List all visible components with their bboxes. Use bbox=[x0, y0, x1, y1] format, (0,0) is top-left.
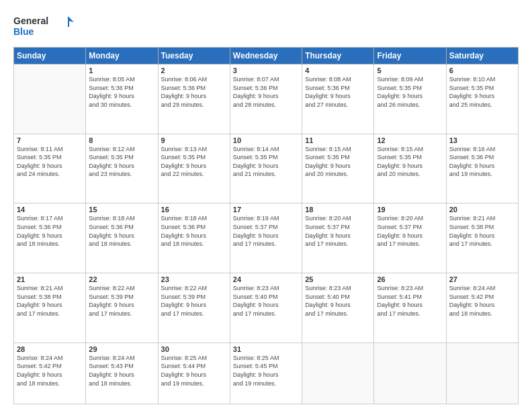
day-info: Sunrise: 8:23 AM Sunset: 5:40 PM Dayligh… bbox=[233, 284, 299, 318]
calendar-cell: 13Sunrise: 8:16 AM Sunset: 5:36 PM Dayli… bbox=[446, 134, 518, 203]
day-info: Sunrise: 8:18 AM Sunset: 5:36 PM Dayligh… bbox=[89, 214, 154, 248]
calendar-cell: 30Sunrise: 8:25 AM Sunset: 5:44 PM Dayli… bbox=[158, 342, 230, 404]
day-number: 22 bbox=[89, 275, 154, 283]
calendar-cell: 10Sunrise: 8:14 AM Sunset: 5:35 PM Dayli… bbox=[230, 134, 302, 203]
calendar-cell: 19Sunrise: 8:20 AM Sunset: 5:37 PM Dayli… bbox=[374, 203, 446, 273]
calendar-week-row: 7Sunrise: 8:11 AM Sunset: 5:35 PM Daylig… bbox=[14, 134, 519, 203]
day-info: Sunrise: 8:11 AM Sunset: 5:35 PM Dayligh… bbox=[17, 145, 83, 179]
day-info: Sunrise: 8:16 AM Sunset: 5:36 PM Dayligh… bbox=[449, 145, 515, 179]
day-number: 20 bbox=[449, 205, 515, 214]
day-number: 15 bbox=[89, 205, 154, 214]
calendar-week-row: 21Sunrise: 8:21 AM Sunset: 5:38 PM Dayli… bbox=[14, 273, 519, 343]
day-info: Sunrise: 8:21 AM Sunset: 5:38 PM Dayligh… bbox=[449, 214, 515, 248]
day-info: Sunrise: 8:22 AM Sunset: 5:39 PM Dayligh… bbox=[89, 284, 154, 318]
calendar-cell: 9Sunrise: 8:13 AM Sunset: 5:35 PM Daylig… bbox=[158, 134, 230, 203]
calendar-week-row: 14Sunrise: 8:17 AM Sunset: 5:36 PM Dayli… bbox=[14, 203, 519, 273]
day-info: Sunrise: 8:25 AM Sunset: 5:44 PM Dayligh… bbox=[161, 354, 227, 387]
day-info: Sunrise: 8:15 AM Sunset: 5:35 PM Dayligh… bbox=[377, 145, 443, 179]
day-number: 26 bbox=[377, 275, 443, 283]
day-number: 1 bbox=[89, 66, 154, 75]
day-number: 4 bbox=[305, 66, 371, 75]
day-number: 27 bbox=[449, 275, 515, 283]
day-number: 3 bbox=[233, 66, 299, 75]
svg-text:Blue: Blue bbox=[13, 26, 34, 37]
day-number: 23 bbox=[161, 275, 227, 283]
calendar-cell: 28Sunrise: 8:24 AM Sunset: 5:42 PM Dayli… bbox=[14, 342, 86, 404]
logo-svg: General Blue bbox=[13, 13, 74, 40]
day-number: 21 bbox=[17, 275, 83, 283]
calendar-cell: 21Sunrise: 8:21 AM Sunset: 5:38 PM Dayli… bbox=[14, 273, 86, 343]
day-number: 6 bbox=[449, 66, 515, 75]
day-number: 17 bbox=[233, 205, 299, 214]
calendar-table: SundayMondayTuesdayWednesdayThursdayFrid… bbox=[13, 47, 519, 404]
day-info: Sunrise: 8:14 AM Sunset: 5:35 PM Dayligh… bbox=[233, 145, 299, 179]
day-number: 5 bbox=[377, 66, 443, 75]
day-number: 30 bbox=[161, 345, 227, 353]
day-number: 16 bbox=[161, 205, 227, 214]
calendar-cell: 11Sunrise: 8:15 AM Sunset: 5:35 PM Dayli… bbox=[302, 134, 374, 203]
day-info: Sunrise: 8:06 AM Sunset: 5:36 PM Dayligh… bbox=[161, 75, 227, 109]
day-info: Sunrise: 8:12 AM Sunset: 5:35 PM Dayligh… bbox=[89, 145, 154, 179]
calendar-cell: 25Sunrise: 8:23 AM Sunset: 5:40 PM Dayli… bbox=[302, 273, 374, 343]
weekday-header: Tuesday bbox=[158, 48, 230, 64]
header: General Blue bbox=[13, 13, 519, 40]
day-info: Sunrise: 8:05 AM Sunset: 5:36 PM Dayligh… bbox=[89, 75, 154, 109]
day-info: Sunrise: 8:24 AM Sunset: 5:42 PM Dayligh… bbox=[17, 354, 83, 387]
day-number: 29 bbox=[89, 345, 154, 353]
day-info: Sunrise: 8:25 AM Sunset: 5:45 PM Dayligh… bbox=[233, 354, 299, 387]
calendar-cell: 8Sunrise: 8:12 AM Sunset: 5:35 PM Daylig… bbox=[86, 134, 158, 203]
weekday-header: Thursday bbox=[302, 48, 374, 64]
calendar-week-row: 1Sunrise: 8:05 AM Sunset: 5:36 PM Daylig… bbox=[14, 64, 519, 134]
calendar-cell bbox=[302, 342, 374, 404]
weekday-header: Wednesday bbox=[230, 48, 302, 64]
calendar-cell: 5Sunrise: 8:09 AM Sunset: 5:35 PM Daylig… bbox=[374, 64, 446, 134]
day-info: Sunrise: 8:22 AM Sunset: 5:39 PM Dayligh… bbox=[161, 284, 227, 318]
day-info: Sunrise: 8:13 AM Sunset: 5:35 PM Dayligh… bbox=[161, 145, 227, 179]
day-number: 12 bbox=[377, 136, 443, 144]
day-info: Sunrise: 8:08 AM Sunset: 5:36 PM Dayligh… bbox=[305, 75, 371, 109]
calendar-week-row: 28Sunrise: 8:24 AM Sunset: 5:42 PM Dayli… bbox=[14, 342, 519, 404]
calendar-cell: 31Sunrise: 8:25 AM Sunset: 5:45 PM Dayli… bbox=[230, 342, 302, 404]
calendar-cell: 12Sunrise: 8:15 AM Sunset: 5:35 PM Dayli… bbox=[374, 134, 446, 203]
page: General Blue SundayMondayTuesdayWednesda… bbox=[0, 0, 532, 411]
svg-marker-2 bbox=[69, 17, 74, 22]
weekday-header: Monday bbox=[86, 48, 158, 64]
day-info: Sunrise: 8:21 AM Sunset: 5:38 PM Dayligh… bbox=[17, 284, 83, 318]
day-info: Sunrise: 8:18 AM Sunset: 5:36 PM Dayligh… bbox=[161, 214, 227, 248]
day-info: Sunrise: 8:07 AM Sunset: 5:36 PM Dayligh… bbox=[233, 75, 299, 109]
calendar-cell: 14Sunrise: 8:17 AM Sunset: 5:36 PM Dayli… bbox=[14, 203, 86, 273]
calendar-cell: 23Sunrise: 8:22 AM Sunset: 5:39 PM Dayli… bbox=[158, 273, 230, 343]
day-number: 2 bbox=[161, 66, 227, 75]
calendar-cell: 17Sunrise: 8:19 AM Sunset: 5:37 PM Dayli… bbox=[230, 203, 302, 273]
day-number: 19 bbox=[377, 205, 443, 214]
calendar-cell: 18Sunrise: 8:20 AM Sunset: 5:37 PM Dayli… bbox=[302, 203, 374, 273]
day-info: Sunrise: 8:17 AM Sunset: 5:36 PM Dayligh… bbox=[17, 214, 83, 248]
day-info: Sunrise: 8:19 AM Sunset: 5:37 PM Dayligh… bbox=[233, 214, 299, 248]
logo: General Blue bbox=[13, 13, 74, 40]
calendar-cell: 6Sunrise: 8:10 AM Sunset: 5:35 PM Daylig… bbox=[446, 64, 518, 134]
day-info: Sunrise: 8:20 AM Sunset: 5:37 PM Dayligh… bbox=[305, 214, 371, 248]
calendar-cell: 2Sunrise: 8:06 AM Sunset: 5:36 PM Daylig… bbox=[158, 64, 230, 134]
day-info: Sunrise: 8:09 AM Sunset: 5:35 PM Dayligh… bbox=[377, 75, 443, 109]
day-number: 9 bbox=[161, 136, 227, 144]
calendar-cell: 7Sunrise: 8:11 AM Sunset: 5:35 PM Daylig… bbox=[14, 134, 86, 203]
calendar-cell: 15Sunrise: 8:18 AM Sunset: 5:36 PM Dayli… bbox=[86, 203, 158, 273]
day-number: 10 bbox=[233, 136, 299, 144]
day-number: 13 bbox=[449, 136, 515, 144]
day-info: Sunrise: 8:15 AM Sunset: 5:35 PM Dayligh… bbox=[305, 145, 371, 179]
weekday-header: Friday bbox=[374, 48, 446, 64]
day-info: Sunrise: 8:24 AM Sunset: 5:42 PM Dayligh… bbox=[449, 284, 515, 318]
calendar-cell bbox=[374, 342, 446, 404]
calendar-cell: 22Sunrise: 8:22 AM Sunset: 5:39 PM Dayli… bbox=[86, 273, 158, 343]
calendar-cell: 29Sunrise: 8:24 AM Sunset: 5:43 PM Dayli… bbox=[86, 342, 158, 404]
day-number: 25 bbox=[305, 275, 371, 283]
svg-text:General: General bbox=[13, 15, 48, 26]
day-info: Sunrise: 8:20 AM Sunset: 5:37 PM Dayligh… bbox=[377, 214, 443, 248]
calendar-cell: 27Sunrise: 8:24 AM Sunset: 5:42 PM Dayli… bbox=[446, 273, 518, 343]
calendar-cell: 3Sunrise: 8:07 AM Sunset: 5:36 PM Daylig… bbox=[230, 64, 302, 134]
weekday-header-row: SundayMondayTuesdayWednesdayThursdayFrid… bbox=[14, 48, 519, 64]
day-number: 28 bbox=[17, 345, 83, 353]
calendar-cell bbox=[446, 342, 518, 404]
day-number: 7 bbox=[17, 136, 83, 144]
day-number: 24 bbox=[233, 275, 299, 283]
